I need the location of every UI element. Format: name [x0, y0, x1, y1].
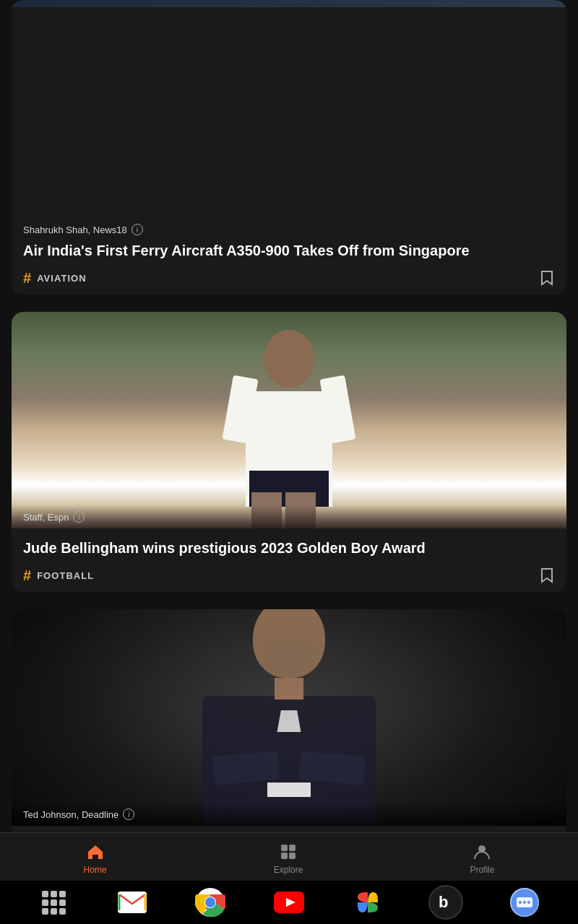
aviation-card[interactable]: Shahrukh Shah, News18 i Air India's Firs…	[12, 0, 566, 295]
svg-rect-3	[289, 853, 296, 859]
svg-rect-0	[281, 845, 288, 851]
aviation-bookmark[interactable]	[539, 269, 555, 287]
aviation-info-icon[interactable]: i	[131, 224, 143, 235]
chrome-icon[interactable]	[193, 885, 228, 920]
football-category[interactable]: # FOOTBALL	[23, 567, 94, 584]
football-title: Jude Bellingham wins prestigious 2023 Go…	[23, 539, 555, 557]
svg-point-9	[205, 897, 215, 907]
svg-rect-2	[281, 853, 288, 859]
aviation-hashtag-icon: #	[23, 270, 31, 287]
football-hashtag-icon: #	[23, 567, 31, 584]
nav-home[interactable]: Home	[84, 842, 107, 875]
nav-profile[interactable]: Profile	[470, 842, 494, 875]
football-card[interactable]: Staff, Espn i Jude Bellingham wins prest…	[12, 312, 566, 592]
google-photos-icon[interactable]	[350, 885, 385, 920]
svg-text:b: b	[439, 893, 448, 911]
profile-icon	[472, 842, 492, 862]
system-bar: b	[0, 881, 578, 924]
aviation-category[interactable]: # AVIATION	[23, 270, 87, 287]
profile-nav-label: Profile	[470, 865, 494, 875]
elon-author: Ted Johnson, Deadline	[23, 809, 118, 820]
nav-explore[interactable]: Explore	[274, 842, 303, 875]
home-nav-label: Home	[84, 865, 107, 875]
svg-point-19	[523, 901, 526, 904]
aviation-title: Air India's First Ferry Aircraft A350-90…	[23, 241, 555, 260]
aviation-category-label: AVIATION	[37, 273, 87, 284]
svg-rect-1	[289, 845, 296, 851]
svg-point-20	[527, 901, 530, 904]
football-info-icon[interactable]: i	[73, 511, 85, 523]
explore-icon	[278, 842, 298, 862]
football-category-label: FOOTBALL	[37, 570, 94, 581]
gmail-icon[interactable]	[115, 885, 150, 920]
football-author: Staff, Espn	[23, 512, 69, 523]
app-drawer-icon[interactable]	[36, 885, 71, 920]
football-bookmark[interactable]	[539, 566, 555, 585]
bottom-nav: Home Explore Profile	[0, 832, 578, 881]
youtube-icon[interactable]	[272, 885, 306, 920]
elon-info-icon[interactable]: i	[123, 808, 134, 820]
svg-point-18	[519, 901, 522, 904]
explore-nav-label: Explore	[274, 865, 303, 875]
aviation-author: Shahrukh Shah, News18	[23, 225, 127, 235]
messages-icon[interactable]	[507, 885, 542, 920]
elon-card[interactable]: Ted Johnson, Deadline i White House Cond…	[12, 609, 566, 871]
beats-icon[interactable]: b	[428, 885, 463, 920]
home-icon	[85, 842, 105, 862]
